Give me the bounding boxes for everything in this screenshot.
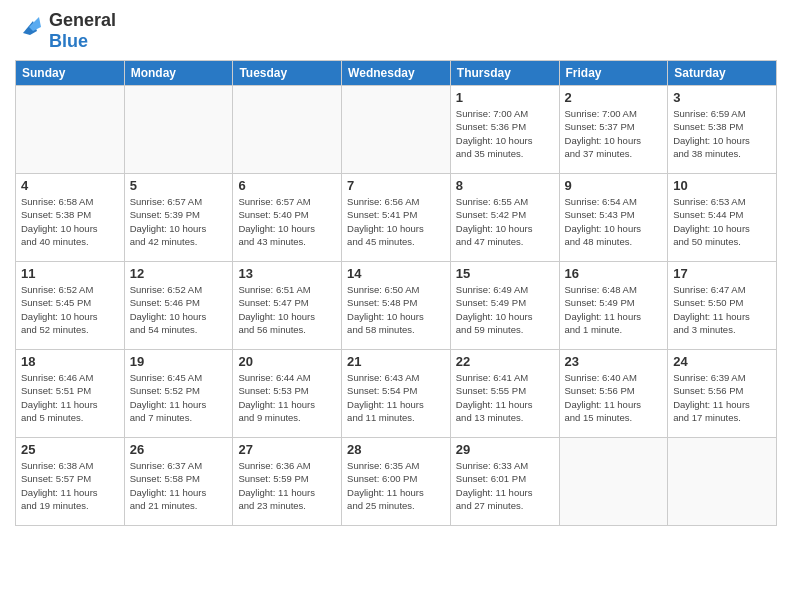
day-number: 26 — [130, 442, 228, 457]
day-number: 10 — [673, 178, 771, 193]
calendar-cell — [342, 86, 451, 174]
calendar-cell: 18Sunrise: 6:46 AM Sunset: 5:51 PM Dayli… — [16, 350, 125, 438]
day-number: 17 — [673, 266, 771, 281]
day-header-wednesday: Wednesday — [342, 61, 451, 86]
day-number: 22 — [456, 354, 554, 369]
day-info: Sunrise: 6:47 AM Sunset: 5:50 PM Dayligh… — [673, 283, 771, 336]
calendar-table: SundayMondayTuesdayWednesdayThursdayFrid… — [15, 60, 777, 526]
day-header-saturday: Saturday — [668, 61, 777, 86]
calendar-cell: 20Sunrise: 6:44 AM Sunset: 5:53 PM Dayli… — [233, 350, 342, 438]
day-info: Sunrise: 6:50 AM Sunset: 5:48 PM Dayligh… — [347, 283, 445, 336]
calendar-cell: 27Sunrise: 6:36 AM Sunset: 5:59 PM Dayli… — [233, 438, 342, 526]
calendar-cell: 14Sunrise: 6:50 AM Sunset: 5:48 PM Dayli… — [342, 262, 451, 350]
day-info: Sunrise: 6:53 AM Sunset: 5:44 PM Dayligh… — [673, 195, 771, 248]
logo-line2: Blue — [49, 31, 116, 52]
calendar-cell: 10Sunrise: 6:53 AM Sunset: 5:44 PM Dayli… — [668, 174, 777, 262]
day-number: 20 — [238, 354, 336, 369]
calendar-cell: 12Sunrise: 6:52 AM Sunset: 5:46 PM Dayli… — [124, 262, 233, 350]
day-info: Sunrise: 6:37 AM Sunset: 5:58 PM Dayligh… — [130, 459, 228, 512]
calendar-cell: 7Sunrise: 6:56 AM Sunset: 5:41 PM Daylig… — [342, 174, 451, 262]
day-info: Sunrise: 6:59 AM Sunset: 5:38 PM Dayligh… — [673, 107, 771, 160]
day-info: Sunrise: 6:39 AM Sunset: 5:56 PM Dayligh… — [673, 371, 771, 424]
day-number: 12 — [130, 266, 228, 281]
calendar-cell: 28Sunrise: 6:35 AM Sunset: 6:00 PM Dayli… — [342, 438, 451, 526]
day-info: Sunrise: 6:43 AM Sunset: 5:54 PM Dayligh… — [347, 371, 445, 424]
day-number: 15 — [456, 266, 554, 281]
calendar-cell — [233, 86, 342, 174]
day-number: 3 — [673, 90, 771, 105]
day-info: Sunrise: 6:49 AM Sunset: 5:49 PM Dayligh… — [456, 283, 554, 336]
calendar-cell: 26Sunrise: 6:37 AM Sunset: 5:58 PM Dayli… — [124, 438, 233, 526]
week-row-5: 25Sunrise: 6:38 AM Sunset: 5:57 PM Dayli… — [16, 438, 777, 526]
calendar-cell: 4Sunrise: 6:58 AM Sunset: 5:38 PM Daylig… — [16, 174, 125, 262]
calendar-cell: 25Sunrise: 6:38 AM Sunset: 5:57 PM Dayli… — [16, 438, 125, 526]
day-header-monday: Monday — [124, 61, 233, 86]
day-info: Sunrise: 7:00 AM Sunset: 5:37 PM Dayligh… — [565, 107, 663, 160]
day-number: 6 — [238, 178, 336, 193]
day-info: Sunrise: 7:00 AM Sunset: 5:36 PM Dayligh… — [456, 107, 554, 160]
day-header-friday: Friday — [559, 61, 668, 86]
day-header-tuesday: Tuesday — [233, 61, 342, 86]
day-header-sunday: Sunday — [16, 61, 125, 86]
page: GeneralBlue SundayMondayTuesdayWednesday… — [0, 0, 792, 612]
day-header-thursday: Thursday — [450, 61, 559, 86]
day-info: Sunrise: 6:55 AM Sunset: 5:42 PM Dayligh… — [456, 195, 554, 248]
day-number: 29 — [456, 442, 554, 457]
calendar-cell — [668, 438, 777, 526]
calendar-cell: 16Sunrise: 6:48 AM Sunset: 5:49 PM Dayli… — [559, 262, 668, 350]
day-number: 7 — [347, 178, 445, 193]
day-info: Sunrise: 6:58 AM Sunset: 5:38 PM Dayligh… — [21, 195, 119, 248]
day-info: Sunrise: 6:35 AM Sunset: 6:00 PM Dayligh… — [347, 459, 445, 512]
header: GeneralBlue — [15, 10, 777, 52]
calendar-cell — [559, 438, 668, 526]
day-info: Sunrise: 6:44 AM Sunset: 5:53 PM Dayligh… — [238, 371, 336, 424]
day-info: Sunrise: 6:57 AM Sunset: 5:39 PM Dayligh… — [130, 195, 228, 248]
day-info: Sunrise: 6:57 AM Sunset: 5:40 PM Dayligh… — [238, 195, 336, 248]
logo: GeneralBlue — [15, 10, 116, 52]
day-number: 27 — [238, 442, 336, 457]
week-row-1: 1Sunrise: 7:00 AM Sunset: 5:36 PM Daylig… — [16, 86, 777, 174]
day-number: 25 — [21, 442, 119, 457]
calendar-cell — [16, 86, 125, 174]
day-number: 28 — [347, 442, 445, 457]
calendar-cell: 21Sunrise: 6:43 AM Sunset: 5:54 PM Dayli… — [342, 350, 451, 438]
day-number: 23 — [565, 354, 663, 369]
day-info: Sunrise: 6:56 AM Sunset: 5:41 PM Dayligh… — [347, 195, 445, 248]
header-row: SundayMondayTuesdayWednesdayThursdayFrid… — [16, 61, 777, 86]
day-info: Sunrise: 6:52 AM Sunset: 5:45 PM Dayligh… — [21, 283, 119, 336]
calendar-cell: 6Sunrise: 6:57 AM Sunset: 5:40 PM Daylig… — [233, 174, 342, 262]
day-number: 13 — [238, 266, 336, 281]
calendar-cell: 9Sunrise: 6:54 AM Sunset: 5:43 PM Daylig… — [559, 174, 668, 262]
day-info: Sunrise: 6:36 AM Sunset: 5:59 PM Dayligh… — [238, 459, 336, 512]
week-row-3: 11Sunrise: 6:52 AM Sunset: 5:45 PM Dayli… — [16, 262, 777, 350]
day-number: 8 — [456, 178, 554, 193]
calendar-cell: 11Sunrise: 6:52 AM Sunset: 5:45 PM Dayli… — [16, 262, 125, 350]
day-number: 4 — [21, 178, 119, 193]
day-number: 5 — [130, 178, 228, 193]
day-info: Sunrise: 6:33 AM Sunset: 6:01 PM Dayligh… — [456, 459, 554, 512]
day-info: Sunrise: 6:54 AM Sunset: 5:43 PM Dayligh… — [565, 195, 663, 248]
calendar-cell: 24Sunrise: 6:39 AM Sunset: 5:56 PM Dayli… — [668, 350, 777, 438]
calendar-cell: 23Sunrise: 6:40 AM Sunset: 5:56 PM Dayli… — [559, 350, 668, 438]
day-info: Sunrise: 6:51 AM Sunset: 5:47 PM Dayligh… — [238, 283, 336, 336]
logo-line1: General — [49, 10, 116, 31]
day-number: 14 — [347, 266, 445, 281]
calendar-cell: 15Sunrise: 6:49 AM Sunset: 5:49 PM Dayli… — [450, 262, 559, 350]
week-row-2: 4Sunrise: 6:58 AM Sunset: 5:38 PM Daylig… — [16, 174, 777, 262]
day-number: 9 — [565, 178, 663, 193]
calendar-cell: 19Sunrise: 6:45 AM Sunset: 5:52 PM Dayli… — [124, 350, 233, 438]
day-info: Sunrise: 6:40 AM Sunset: 5:56 PM Dayligh… — [565, 371, 663, 424]
calendar-cell: 2Sunrise: 7:00 AM Sunset: 5:37 PM Daylig… — [559, 86, 668, 174]
logo-bird-icon — [15, 13, 45, 49]
day-info: Sunrise: 6:45 AM Sunset: 5:52 PM Dayligh… — [130, 371, 228, 424]
calendar-cell: 13Sunrise: 6:51 AM Sunset: 5:47 PM Dayli… — [233, 262, 342, 350]
day-info: Sunrise: 6:48 AM Sunset: 5:49 PM Dayligh… — [565, 283, 663, 336]
day-number: 1 — [456, 90, 554, 105]
calendar-cell: 5Sunrise: 6:57 AM Sunset: 5:39 PM Daylig… — [124, 174, 233, 262]
calendar-cell: 22Sunrise: 6:41 AM Sunset: 5:55 PM Dayli… — [450, 350, 559, 438]
day-number: 16 — [565, 266, 663, 281]
day-number: 21 — [347, 354, 445, 369]
day-number: 2 — [565, 90, 663, 105]
day-info: Sunrise: 6:52 AM Sunset: 5:46 PM Dayligh… — [130, 283, 228, 336]
calendar-cell: 17Sunrise: 6:47 AM Sunset: 5:50 PM Dayli… — [668, 262, 777, 350]
